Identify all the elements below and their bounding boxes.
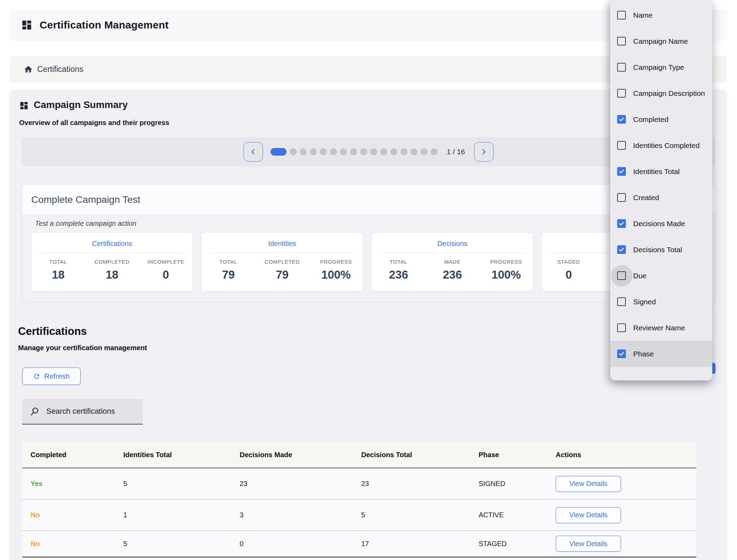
cell-actions: View Details — [547, 536, 696, 552]
completed-value: Yes — [31, 480, 42, 487]
column-checkbox[interactable] — [617, 37, 626, 46]
column-menu-item-name[interactable]: Name — [610, 2, 712, 28]
pagination-dot[interactable] — [330, 148, 337, 155]
pagination-dot[interactable] — [431, 148, 438, 155]
column-menu-item-decisions-made[interactable]: Decisions Made — [610, 211, 712, 237]
prev-page-button[interactable] — [243, 142, 263, 162]
checkbox-wrap — [617, 89, 626, 98]
checkbox-wrap — [617, 349, 626, 358]
checkbox-wrap — [617, 271, 626, 280]
partially-hidden-blue-button[interactable] — [712, 363, 715, 374]
pagination-dot[interactable] — [390, 148, 397, 155]
column-checkbox[interactable] — [617, 115, 626, 124]
next-page-button[interactable] — [474, 142, 494, 162]
stat-grid: TOTAL79COMPLETED79PROGRESS100% — [201, 259, 363, 281]
table-row: Yes52323SIGNEDView Details — [22, 468, 696, 500]
refresh-label: Refresh — [44, 372, 70, 380]
certifications-title: Certifications — [18, 325, 87, 338]
column-menu-item-identities-total[interactable]: Identities Total — [610, 158, 712, 184]
pagination-dot[interactable] — [300, 148, 307, 155]
pagination-dot[interactable] — [290, 148, 297, 155]
view-details-button[interactable]: View Details — [556, 507, 621, 523]
column-checkbox[interactable] — [617, 11, 626, 19]
column-checkbox[interactable] — [617, 219, 626, 228]
column-menu-label: Campaign Description — [633, 89, 705, 98]
column-checkbox[interactable] — [617, 297, 626, 306]
checkbox-wrap — [617, 141, 626, 150]
column-menu-label: Due — [633, 272, 647, 280]
breadcrumb-item-certifications[interactable]: Certifications — [37, 65, 83, 74]
stat-value: 0 — [542, 268, 596, 281]
stat-card-title: Certifications — [31, 240, 193, 248]
pagination-dot[interactable] — [380, 148, 387, 155]
view-details-button[interactable]: View Details — [556, 536, 621, 552]
stat-label: TOTAL — [372, 259, 425, 265]
pagination-dot[interactable] — [400, 148, 407, 155]
pagination-dot-active[interactable] — [271, 148, 287, 156]
chevron-right-icon — [480, 148, 488, 156]
stat-card-divider — [380, 253, 524, 253]
pagination-dot[interactable] — [370, 148, 377, 155]
cell-completed: No — [22, 511, 115, 519]
column-menu-label: Name — [633, 11, 653, 19]
column-menu-item-created[interactable]: Created — [610, 184, 712, 211]
column-menu-item-completed[interactable]: Completed — [610, 106, 712, 132]
pagination-dot[interactable] — [421, 148, 428, 155]
home-icon[interactable] — [24, 65, 33, 74]
column-menu-item-identities-completed[interactable]: Identities Completed — [610, 132, 712, 158]
dashboard-icon — [21, 19, 33, 31]
campaign-summary-title: Campaign Summary — [34, 99, 128, 110]
checkbox-wrap — [617, 63, 626, 72]
pagination-dot[interactable] — [320, 148, 327, 155]
stat-grid: TOTAL18COMPLETED18INCOMPLETE0 — [31, 259, 193, 281]
column-menu-item-reviewer-name[interactable]: Reviewer Name — [610, 315, 712, 341]
checkbox-wrap — [617, 245, 626, 254]
column-checkbox[interactable] — [617, 271, 626, 280]
pagination-dot[interactable] — [350, 148, 357, 155]
pagination-dot[interactable] — [340, 148, 347, 155]
refresh-icon — [33, 373, 40, 380]
column-checkbox[interactable] — [617, 89, 626, 98]
cell-phase: SIGNED — [470, 480, 547, 488]
checkbox-wrap — [617, 167, 626, 176]
column-checkbox[interactable] — [617, 141, 626, 150]
stat-value: 79 — [255, 268, 309, 281]
search-input[interactable] — [46, 407, 133, 416]
column-menu-item-campaign-type[interactable]: Campaign Type — [610, 54, 712, 80]
column-checkbox[interactable] — [617, 349, 626, 358]
column-header: Phase — [470, 451, 547, 459]
stat-label: STAGED — [542, 259, 596, 265]
certifications-table: CompletedIdentities TotalDecisions MadeD… — [22, 442, 696, 560]
cell-actions: View Details — [547, 507, 696, 523]
column-menu-item-signed[interactable]: Signed — [610, 289, 712, 315]
column-checkbox[interactable] — [617, 193, 626, 202]
table-row: No135ACTIVEView Details — [22, 500, 696, 531]
column-menu-item-due[interactable]: Due — [610, 263, 712, 289]
stat-label: MADE — [425, 259, 479, 265]
column-menu-label: Decisions Made — [633, 220, 685, 228]
refresh-button[interactable]: Refresh — [22, 368, 81, 385]
pagination-dot[interactable] — [360, 148, 367, 155]
column-menu-item-campaign-name[interactable]: Campaign Name — [610, 28, 712, 54]
column-checkbox[interactable] — [617, 167, 626, 176]
chevron-left-icon — [249, 148, 257, 156]
column-menu-item-phase[interactable]: Phase — [610, 341, 712, 367]
view-details-button[interactable]: View Details — [556, 476, 621, 492]
pagination-dot[interactable] — [411, 148, 417, 155]
column-checkbox[interactable] — [617, 63, 626, 72]
column-checkbox[interactable] — [617, 323, 626, 332]
column-header: Actions — [547, 451, 696, 459]
column-menu-label: Identities Completed — [633, 141, 699, 150]
checkbox-wrap — [617, 323, 626, 332]
stat-column: TOTAL18 — [31, 259, 85, 281]
stat-card: IdentitiesTOTAL79COMPLETED79PROGRESS100% — [201, 232, 363, 291]
stat-column: TOTAL79 — [201, 259, 255, 281]
column-menu-item-decisions-total[interactable]: Decisions Total — [610, 237, 712, 263]
stat-column: COMPLETED18 — [85, 259, 139, 281]
column-checkbox[interactable] — [617, 245, 626, 254]
column-menu-item-campaign-description[interactable]: Campaign Description — [610, 80, 712, 106]
stat-value: 100% — [479, 268, 533, 281]
campaign-summary-subtitle: Overview of all campaigns and their prog… — [19, 119, 169, 127]
pagination-counter: 1 / 16 — [447, 148, 465, 156]
pagination-dot[interactable] — [310, 148, 317, 155]
